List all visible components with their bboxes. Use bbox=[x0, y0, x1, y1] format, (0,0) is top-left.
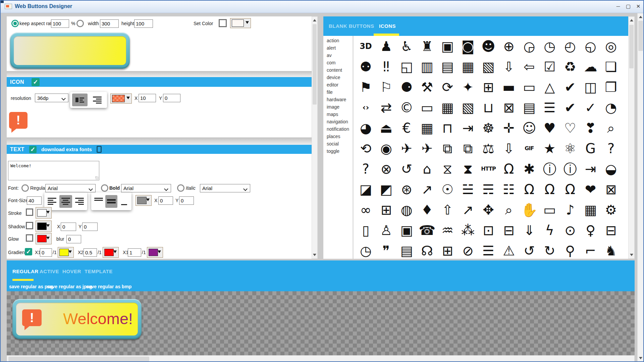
tab-icons[interactable]: ICONS bbox=[379, 23, 396, 29]
icon-enabled-checkbox[interactable] bbox=[32, 78, 40, 86]
perm_phone_msg-icon[interactable]: ☎ bbox=[417, 220, 437, 240]
bookmark-icon[interactable]: ⚑ bbox=[356, 77, 376, 97]
assessment-icon[interactable]: ▥ bbox=[417, 56, 437, 77]
chrome_reader_mode-icon[interactable]: ◫ bbox=[580, 77, 601, 97]
font-size-input[interactable] bbox=[27, 196, 42, 205]
change_history-icon[interactable]: △ bbox=[539, 77, 560, 97]
align-right-button[interactable] bbox=[73, 195, 86, 208]
main-scroll-down-arrow[interactable] bbox=[638, 355, 644, 362]
restore-icon[interactable]: ↺ bbox=[519, 240, 539, 259]
text-color-dropdown[interactable] bbox=[136, 195, 152, 206]
line_style-icon[interactable]: ☱ bbox=[458, 179, 478, 199]
text-enabled-checkbox[interactable] bbox=[29, 146, 37, 153]
important_devices-icon[interactable]: ✱ bbox=[519, 159, 539, 179]
font-italic-radio[interactable] bbox=[177, 184, 184, 192]
gavel-icon[interactable]: ⚖ bbox=[478, 138, 499, 159]
maximize-button[interactable]: ▢ bbox=[625, 3, 632, 9]
icon-color-dropdown[interactable] bbox=[110, 94, 132, 104]
line_weight-icon[interactable]: ☴ bbox=[478, 179, 499, 199]
pan_tool-icon[interactable]: ✋ bbox=[519, 199, 539, 220]
category-navigation[interactable]: navigation bbox=[325, 118, 352, 125]
dashboard-icon[interactable]: ▦ bbox=[437, 97, 458, 118]
event_seat-icon[interactable]: ⊓ bbox=[437, 118, 458, 138]
perm_scan_wifi-icon[interactable]: ♒ bbox=[437, 220, 458, 240]
accessible-icon[interactable]: ♿ bbox=[396, 36, 417, 56]
button-text-input[interactable]: Welcome! bbox=[8, 161, 99, 180]
download-fonts-checkbox[interactable] bbox=[97, 146, 102, 153]
extension-icon[interactable]: ✛ bbox=[498, 118, 519, 138]
align-left-button[interactable] bbox=[46, 195, 58, 208]
find_in_page-icon[interactable]: ⌕ bbox=[601, 118, 621, 138]
perm_camera_mic-icon[interactable]: ♪ bbox=[560, 199, 580, 220]
save-jpeg-link[interactable]: save regular as jpeg bbox=[47, 284, 92, 289]
face-icon[interactable]: ☺ bbox=[519, 118, 539, 138]
query_builder-icon[interactable]: ◷ bbox=[356, 240, 376, 259]
main-horizontal-scrollbar[interactable] bbox=[7, 355, 635, 362]
shadow-checkbox[interactable] bbox=[26, 222, 33, 229]
home-icon[interactable]: ⌂ bbox=[417, 159, 437, 179]
camera_enhance-icon[interactable]: ✦ bbox=[458, 77, 478, 97]
assignment_returned-icon[interactable]: ⇩ bbox=[498, 56, 519, 77]
label-icon[interactable]: ◪ bbox=[356, 179, 376, 199]
copyright-icon[interactable]: © bbox=[396, 97, 417, 118]
category-file[interactable]: file bbox=[325, 88, 352, 96]
date_range-icon[interactable]: ▧ bbox=[458, 97, 478, 118]
receipt-icon[interactable]: ▤ bbox=[396, 240, 417, 259]
question_answer-icon[interactable]: ❞ bbox=[376, 240, 396, 259]
build-icon[interactable]: ⚒ bbox=[417, 77, 437, 97]
g_translate-icon[interactable]: G bbox=[580, 138, 601, 159]
get_app-icon[interactable]: ⇩ bbox=[498, 138, 519, 159]
category-notification[interactable]: notification bbox=[325, 125, 352, 133]
cached-icon[interactable]: ⟳ bbox=[437, 77, 458, 97]
valign-top-button[interactable] bbox=[93, 195, 105, 208]
3d_rotation-icon[interactable]: 3D bbox=[356, 36, 376, 56]
announcement-icon[interactable]: ‼ bbox=[376, 56, 396, 77]
bookmark_border-icon[interactable]: ⚐ bbox=[376, 77, 396, 97]
account_box-icon[interactable]: ◙ bbox=[458, 36, 478, 56]
card_giftcard-icon[interactable]: ⊞ bbox=[478, 77, 499, 97]
category-places[interactable]: places bbox=[325, 133, 352, 140]
perm_identity-icon[interactable]: ♙ bbox=[376, 220, 396, 240]
history-icon[interactable]: ↺ bbox=[396, 159, 417, 179]
class-icon[interactable]: ❐ bbox=[601, 77, 621, 97]
input-icon[interactable]: ⇥ bbox=[580, 159, 601, 179]
picture_in_picture-icon[interactable]: ⊡ bbox=[478, 220, 499, 240]
donut_large-icon[interactable]: ◔ bbox=[601, 97, 621, 118]
alarm-icon[interactable]: ◷ bbox=[539, 36, 560, 56]
polymer-icon[interactable]: ϟ bbox=[539, 220, 560, 240]
code-icon[interactable]: ‹› bbox=[356, 97, 376, 118]
main-scrollbar-thumb[interactable] bbox=[638, 21, 643, 51]
book-icon[interactable]: ❏ bbox=[601, 56, 621, 77]
all_out-icon[interactable]: ◎ bbox=[601, 36, 621, 56]
gradient1-color-dropdown[interactable] bbox=[58, 247, 74, 258]
bug_report-icon[interactable]: ⚈ bbox=[396, 77, 417, 97]
category-social[interactable]: social bbox=[325, 140, 352, 147]
shadow-x-input[interactable] bbox=[61, 223, 76, 231]
accessibility-icon[interactable]: ♟ bbox=[376, 36, 396, 56]
report_problem-icon[interactable]: ⚠ bbox=[498, 240, 519, 259]
delete_forever-icon[interactable]: ⊠ bbox=[498, 97, 519, 118]
gif-icon[interactable]: GIF bbox=[519, 138, 539, 159]
font-italic-select[interactable]: Arial bbox=[200, 184, 250, 192]
event-icon[interactable]: ▦ bbox=[417, 118, 437, 138]
gradient2-input[interactable] bbox=[84, 248, 97, 257]
perm_device_information-icon[interactable]: ▯ bbox=[356, 220, 376, 240]
perm_data_setting-icon[interactable]: ⚙ bbox=[601, 199, 621, 220]
tab-regular[interactable]: REGULAR bbox=[12, 268, 39, 274]
donut_small-icon[interactable]: ◕ bbox=[356, 118, 376, 138]
category-com[interactable]: com bbox=[325, 59, 352, 66]
lock_outline-icon[interactable]: Ω bbox=[560, 179, 580, 199]
account_circle-icon[interactable]: ☻ bbox=[478, 36, 499, 56]
credit_card-icon[interactable]: ▭ bbox=[417, 97, 437, 118]
gradient2-color-dropdown[interactable] bbox=[103, 247, 119, 258]
fixed-size-radio[interactable] bbox=[76, 20, 84, 27]
power_settings_new-icon[interactable]: ⊙ bbox=[560, 220, 580, 240]
font-bold-radio[interactable] bbox=[101, 184, 108, 192]
scroll-down-arrow[interactable] bbox=[312, 252, 317, 258]
tab-blank-buttons[interactable]: BLANK BUTTONS bbox=[329, 23, 374, 29]
highlight_off-icon[interactable]: ⊗ bbox=[376, 159, 396, 179]
main-vertical-scrollbar[interactable] bbox=[637, 13, 644, 362]
reorder-icon[interactable]: ☰ bbox=[478, 240, 499, 259]
flight_land-icon[interactable]: ✈ bbox=[396, 138, 417, 159]
flight_takeoff-icon[interactable]: ✈ bbox=[417, 138, 437, 159]
